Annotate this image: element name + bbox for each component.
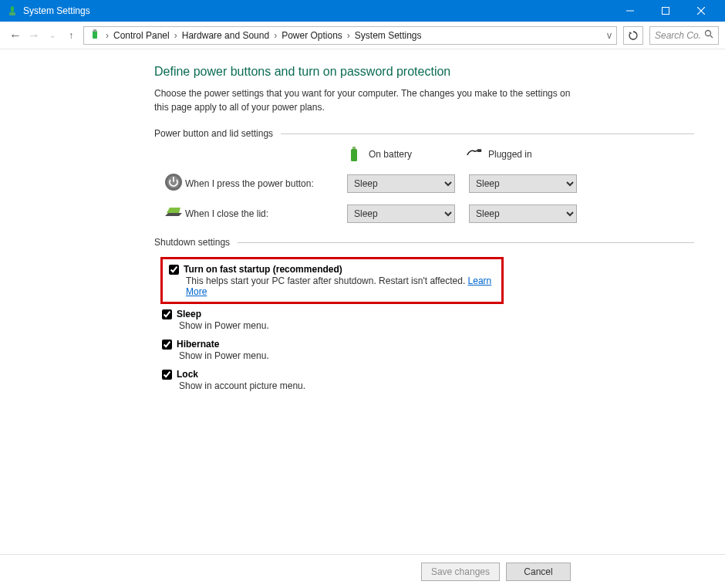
breadcrumb-item[interactable]: System Settings bbox=[355, 30, 422, 41]
nav-back-button[interactable]: ← bbox=[6, 29, 25, 42]
address-dropdown-icon[interactable]: v bbox=[607, 30, 612, 41]
svg-rect-3 bbox=[663, 8, 669, 15]
lock-label: Lock bbox=[177, 369, 198, 380]
lid-icon bbox=[164, 205, 184, 223]
address-bar[interactable]: › Control Panel › Hardware and Sound › P… bbox=[83, 26, 617, 45]
divider bbox=[238, 242, 694, 243]
close-button[interactable] bbox=[683, 0, 719, 22]
on-battery-column: On battery bbox=[347, 147, 467, 162]
app-icon bbox=[6, 5, 19, 17]
close-lid-battery-select[interactable]: Sleep bbox=[347, 204, 455, 223]
chevron-right-icon: › bbox=[106, 30, 109, 41]
battery-icon bbox=[347, 147, 362, 162]
close-lid-row: When I close the lid: Sleep Sleep bbox=[154, 204, 694, 223]
search-icon[interactable] bbox=[704, 29, 713, 41]
svg-rect-0 bbox=[11, 6, 14, 12]
svg-line-9 bbox=[710, 35, 713, 38]
section-power-label: Power button and lid settings bbox=[154, 128, 273, 139]
plugged-in-column: Plugged in bbox=[467, 147, 586, 162]
search-box[interactable] bbox=[649, 26, 719, 45]
refresh-button[interactable] bbox=[623, 26, 643, 45]
svg-rect-11 bbox=[352, 147, 356, 149]
search-input[interactable] bbox=[655, 30, 701, 41]
svg-rect-7 bbox=[93, 29, 96, 32]
fast-startup-label: Turn on fast startup (recommended) bbox=[184, 264, 342, 275]
svg-rect-10 bbox=[351, 149, 357, 161]
page-description: Choose the power settings that you want … bbox=[154, 86, 571, 114]
section-shutdown-label: Shutdown settings bbox=[154, 237, 230, 248]
page-heading: Define power buttons and turn on passwor… bbox=[154, 65, 694, 79]
window-controls bbox=[612, 0, 719, 22]
fast-startup-checkbox[interactable] bbox=[169, 265, 179, 275]
sleep-item: Sleep Show in Power menu. bbox=[162, 309, 694, 331]
nav-up-button[interactable]: ↑ bbox=[62, 30, 80, 41]
svg-point-8 bbox=[706, 31, 711, 36]
nav-forward-button[interactable]: → bbox=[25, 29, 43, 42]
svg-rect-1 bbox=[9, 12, 15, 15]
cancel-button[interactable]: Cancel bbox=[506, 563, 571, 581]
svg-rect-12 bbox=[477, 149, 481, 152]
navbar: ← → ⌄ ↑ › Control Panel › Hardware and S… bbox=[0, 22, 725, 49]
power-button-row: When I press the power button: Sleep Sle… bbox=[154, 173, 694, 194]
content-area: Define power buttons and turn on passwor… bbox=[0, 49, 725, 554]
close-lid-label: When I close the lid: bbox=[185, 208, 347, 219]
nav-recent-dropdown[interactable]: ⌄ bbox=[43, 31, 62, 39]
fast-startup-item: Turn on fast startup (recommended) This … bbox=[169, 264, 495, 297]
shutdown-settings-list: Turn on fast startup (recommended) This … bbox=[154, 257, 694, 391]
plugged-in-label: Plugged in bbox=[488, 149, 532, 160]
hibernate-description: Show in Power menu. bbox=[179, 350, 694, 361]
sleep-description: Show in Power menu. bbox=[179, 320, 694, 331]
close-lid-plugged-select[interactable]: Sleep bbox=[469, 204, 577, 223]
lock-checkbox[interactable] bbox=[162, 370, 172, 380]
chevron-right-icon: › bbox=[174, 30, 177, 41]
hibernate-label: Hibernate bbox=[177, 339, 219, 350]
svg-rect-6 bbox=[93, 31, 97, 39]
footer: Save changes Cancel bbox=[0, 554, 725, 588]
power-button-label: When I press the power button: bbox=[185, 178, 347, 189]
fast-startup-description: This helps start your PC faster after sh… bbox=[186, 275, 468, 286]
section-shutdown-header: Shutdown settings bbox=[154, 237, 694, 248]
power-button-icon bbox=[164, 173, 183, 194]
divider bbox=[281, 133, 694, 134]
breadcrumb-item[interactable]: Hardware and Sound bbox=[182, 30, 269, 41]
power-button-battery-select[interactable]: Sleep bbox=[347, 174, 455, 193]
window-title: System Settings bbox=[23, 5, 612, 16]
chevron-right-icon: › bbox=[274, 30, 277, 41]
save-changes-button[interactable]: Save changes bbox=[421, 563, 500, 581]
breadcrumb-item[interactable]: Control Panel bbox=[113, 30, 170, 41]
hibernate-checkbox[interactable] bbox=[162, 340, 172, 350]
sleep-checkbox[interactable] bbox=[162, 309, 172, 319]
fast-startup-highlight: Turn on fast startup (recommended) This … bbox=[160, 257, 504, 304]
on-battery-label: On battery bbox=[369, 149, 412, 160]
hibernate-item: Hibernate Show in Power menu. bbox=[162, 339, 694, 361]
breadcrumb-item[interactable]: Power Options bbox=[282, 30, 342, 41]
chevron-right-icon: › bbox=[347, 30, 350, 41]
lock-description: Show in account picture menu. bbox=[179, 380, 694, 391]
maximize-button[interactable] bbox=[648, 0, 683, 22]
power-button-plugged-select[interactable]: Sleep bbox=[469, 174, 577, 193]
sleep-label: Sleep bbox=[177, 309, 201, 319]
section-power-header: Power button and lid settings bbox=[154, 128, 694, 139]
column-headers: On battery Plugged in bbox=[154, 147, 694, 162]
plug-icon bbox=[467, 147, 482, 162]
power-options-icon bbox=[89, 29, 101, 42]
lock-item: Lock Show in account picture menu. bbox=[162, 369, 694, 391]
titlebar: System Settings bbox=[0, 0, 725, 22]
minimize-button[interactable] bbox=[612, 0, 648, 22]
